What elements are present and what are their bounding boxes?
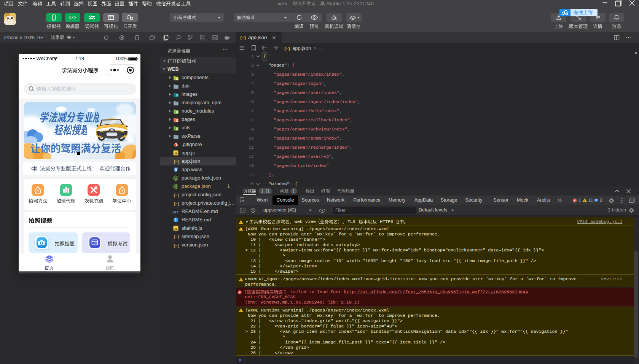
svg-text:}: } (177, 160, 179, 164)
svg-text:}: } (177, 202, 179, 206)
svg-text:}: } (177, 193, 179, 198)
svg-text:JS: JS (174, 152, 178, 155)
svg-text:}: } (288, 47, 290, 51)
svg-text:M: M (173, 210, 176, 214)
svg-text:}: } (177, 235, 179, 240)
svg-text:}: } (177, 243, 179, 248)
svg-text:JS: JS (174, 227, 178, 230)
svg-text:}: } (244, 36, 246, 40)
